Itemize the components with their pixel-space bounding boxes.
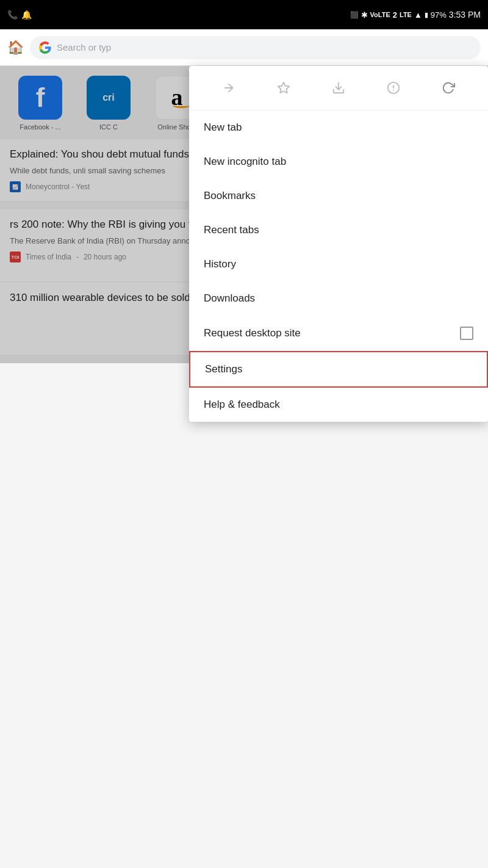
battery-icon: ▮ — [425, 11, 428, 19]
google-logo — [38, 41, 52, 54]
menu-item-bookmarks[interactable]: Bookmarks — [189, 179, 488, 213]
menu-item-help-feedback[interactable]: Help & feedback — [189, 388, 488, 422]
settings-label: Settings — [205, 363, 242, 375]
download-button[interactable] — [325, 74, 352, 101]
menu-item-new-incognito-tab[interactable]: New incognito tab — [189, 145, 488, 179]
status-bar: 📞 🔔 ⬛ ✱ VoLTE 2 LTE ▲ ▮ 97% 3:53 PM — [0, 0, 488, 29]
time-display: 3:53 PM — [449, 10, 481, 20]
help-feedback-label: Help & feedback — [204, 399, 280, 411]
history-label: History — [204, 258, 236, 270]
menu-item-new-tab[interactable]: New tab — [189, 110, 488, 145]
sim2-icon: 2 — [393, 10, 397, 20]
refresh-button[interactable] — [435, 74, 462, 101]
dropdown-menu: New tab New incognito tab Bookmarks Rece… — [189, 66, 488, 422]
lte-icon: LTE — [400, 11, 412, 18]
recent-tabs-label: Recent tabs — [204, 224, 259, 236]
downloads-label: Downloads — [204, 292, 255, 305]
forward-button[interactable] — [215, 74, 242, 101]
phone-icon: 📞 — [7, 10, 18, 20]
new-tab-label: New tab — [204, 121, 242, 134]
menu-item-request-desktop[interactable]: Request desktop site — [189, 316, 488, 351]
menu-item-history[interactable]: History — [189, 247, 488, 281]
request-desktop-label: Request desktop site — [204, 327, 301, 339]
status-left-icons: 📞 🔔 — [7, 10, 32, 20]
address-bar[interactable]: Search or typ — [30, 36, 481, 59]
request-desktop-checkbox[interactable] — [460, 327, 473, 340]
nfc-icon: ⬛ — [350, 11, 359, 19]
svg-marker-0 — [278, 82, 289, 93]
new-incognito-tab-label: New incognito tab — [204, 156, 286, 168]
browser-content: f Facebook - ... cri ICC C a Online Sho.… — [0, 66, 488, 363]
notification-icon: 🔔 — [21, 10, 32, 20]
bluetooth-icon: ✱ — [361, 10, 368, 20]
browser-toolbar: 🏠 Search or typ — [0, 29, 488, 66]
bookmark-button[interactable] — [270, 74, 297, 101]
menu-item-recent-tabs[interactable]: Recent tabs — [189, 213, 488, 247]
battery-percent: 97% — [431, 10, 447, 20]
bookmarks-label: Bookmarks — [204, 190, 256, 202]
status-right-info: ⬛ ✱ VoLTE 2 LTE ▲ ▮ 97% 3:53 PM — [350, 10, 481, 20]
address-text: Search or typ — [57, 42, 111, 52]
volte-icon: VoLTE — [370, 11, 390, 18]
home-button[interactable]: 🏠 — [7, 40, 24, 56]
signal-icon: ▲ — [414, 10, 422, 20]
menu-item-settings[interactable]: Settings — [189, 351, 488, 388]
page-info-button[interactable] — [380, 74, 407, 101]
menu-item-downloads[interactable]: Downloads — [189, 281, 488, 316]
menu-toolbar — [189, 66, 488, 110]
